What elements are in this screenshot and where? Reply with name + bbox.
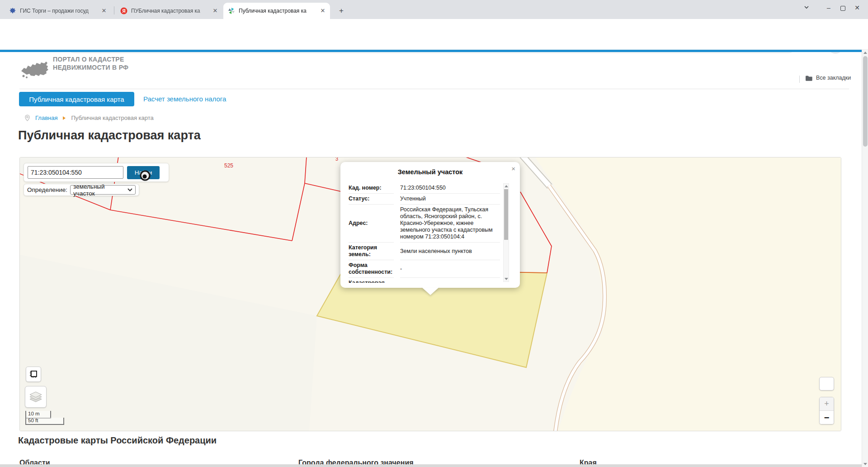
zoom-in-button[interactable]: + <box>820 397 834 411</box>
tab-divider <box>114 6 114 14</box>
layers-icon <box>28 390 43 404</box>
scrollbar-thumb[interactable] <box>863 56 868 147</box>
scroll-up-icon[interactable] <box>863 52 867 54</box>
filter-box: Определение: земельный участок <box>24 184 139 196</box>
nav-link-land-tax[interactable]: Расчет земельного налога <box>143 95 226 103</box>
attr-value: 574680 руб <box>400 278 500 283</box>
attr-value: Учтенный <box>400 194 500 205</box>
scale-imperial: 50 ft <box>25 418 64 425</box>
breadcrumb-home-link[interactable]: Главная <box>35 114 57 121</box>
fullscreen-button[interactable] <box>819 377 834 391</box>
attribute-row: Категория земель:Земли населенных пункто… <box>349 243 500 260</box>
parcel-search-input[interactable] <box>28 166 123 179</box>
all-bookmarks-label: Все закладки <box>816 75 851 81</box>
tab-title: ГИС Торги – продажи госуд <box>20 8 100 14</box>
tab-close-icon[interactable]: ✕ <box>100 7 108 14</box>
breadcrumb-current: Публичная кадастровая карта <box>71 114 153 121</box>
scroll-down-icon[interactable] <box>863 463 867 465</box>
attr-label: Категория земель: <box>349 243 394 260</box>
bottom-section-edge <box>0 464 862 467</box>
popup-tail <box>422 287 439 295</box>
all-bookmarks-button[interactable]: Все закладки <box>806 75 851 81</box>
new-tab-button[interactable]: + <box>335 5 347 17</box>
attr-label: Статус: <box>349 194 394 205</box>
browser-window: ГИС Торги – продажи госуд ✕ Я ПУБличная … <box>0 0 868 467</box>
window-close-button[interactable]: ✕ <box>852 4 863 11</box>
attribute-row: Кад. номер:71:23:050104:550 <box>349 183 500 194</box>
attr-value: Российская Федерация, Тульская область, … <box>400 205 500 243</box>
parcel-label-525: 525 <box>224 162 233 169</box>
browser-toolbar: ik5map.roscadastres.com/map <box>0 19 868 36</box>
attribute-row: Статус:Учтенный <box>349 194 500 205</box>
tab-strip: ГИС Торги – продажи госуд ✕ Я ПУБличная … <box>0 0 868 19</box>
attr-value: Земли населенных пунктов <box>400 243 500 260</box>
gis-torgi-emblem-icon <box>9 7 16 14</box>
popup-title: Земельный участок <box>340 168 520 176</box>
attr-value: - <box>400 260 500 278</box>
tab-pkk-active[interactable]: Публичная кадастровая ка ✕ <box>223 3 330 19</box>
bookmarks-divider <box>799 76 800 83</box>
tab-title: ПУБличная кадастровая ка <box>131 8 212 14</box>
window-maximize-button[interactable] <box>837 5 848 12</box>
header-divider <box>19 89 849 89</box>
popup-scrollbar-thumb[interactable] <box>504 189 508 240</box>
logo-line1: ПОРТАЛ О КАДАСТРЕ <box>53 55 128 63</box>
folder-icon <box>806 75 812 81</box>
attr-value: 71:23:050104:550 <box>400 183 500 194</box>
zoom-out-button[interactable]: − <box>820 411 834 424</box>
attribute-row: Кадастровая стоимость:574680 руб <box>349 278 500 283</box>
footer-heading: Кадастровые карты Российской Федерации <box>18 435 217 446</box>
attribute-row: Адрес:Российская Федерация, Тульская обл… <box>349 205 500 243</box>
map-scale-control: 10 m 50 ft <box>25 411 64 425</box>
parcel-label-3: 3 <box>335 157 338 162</box>
svg-text:Я: Я <box>122 9 125 14</box>
logo-line2: НЕДВИЖИМОСТИ В РФ <box>53 63 128 71</box>
yandex-icon: Я <box>120 7 127 14</box>
breadcrumb-arrow-icon <box>63 116 66 120</box>
tab-title: Публичная кадастровая ка <box>239 8 319 14</box>
map-pin-icon <box>25 114 30 121</box>
filter-label: Определение: <box>27 186 67 193</box>
attr-label: Форма собственности: <box>349 260 394 278</box>
bookmarks-bar: Все закладки <box>0 36 868 50</box>
popup-scroll-down-icon[interactable] <box>505 278 508 280</box>
tab-search-chevron-icon[interactable] <box>801 4 812 12</box>
site-logo-text: ПОРТАЛ О КАДАСТРЕ НЕДВИЖИМОСТИ В РФ <box>53 55 128 71</box>
mouse-cursor <box>139 170 151 183</box>
attribute-row: Форма собственности:- <box>349 260 500 278</box>
attr-label: Кадастровая стоимость: <box>349 278 394 283</box>
window-minimize-button[interactable]: – <box>823 4 834 11</box>
selected-option: земельный участок <box>73 183 127 197</box>
ruler-icon <box>29 370 38 379</box>
page-scrollbar[interactable] <box>862 50 868 467</box>
russia-map-logo <box>20 59 50 81</box>
popup-scroll-up-icon[interactable] <box>505 185 508 187</box>
popup-scrollbar[interactable] <box>503 183 509 282</box>
attr-label: Кад. номер: <box>349 183 394 194</box>
tab-gis-torgi[interactable]: ГИС Торги – продажи госуд ✕ <box>5 4 111 18</box>
object-type-select[interactable]: земельный участок <box>70 185 136 195</box>
nav-tab-public-map[interactable]: Публичная кадастровая карта <box>19 92 134 106</box>
attr-label: Адрес: <box>349 205 394 243</box>
layers-button[interactable] <box>25 386 47 408</box>
measure-tool-button[interactable] <box>26 367 41 382</box>
zoom-control: + − <box>819 397 834 424</box>
pkk-pinwheel-icon <box>228 7 235 14</box>
tab-yandex-search[interactable]: Я ПУБличная кадастровая ка ✕ <box>116 4 222 18</box>
tab-close-icon[interactable]: ✕ <box>319 7 326 14</box>
page-title: Публичная кадастровая карта <box>18 129 201 143</box>
breadcrumb: Главная Публичная кадастровая карта <box>25 114 154 121</box>
tab-close-icon[interactable]: ✕ <box>212 7 219 14</box>
popup-attributes: Кад. номер:71:23:050104:550 Статус:Учтен… <box>349 183 500 283</box>
site-top-accent-bar <box>0 50 862 52</box>
parcel-info-popup: × Земельный участок Кад. номер:71:23:050… <box>340 162 520 288</box>
chevron-down-icon <box>127 188 132 191</box>
